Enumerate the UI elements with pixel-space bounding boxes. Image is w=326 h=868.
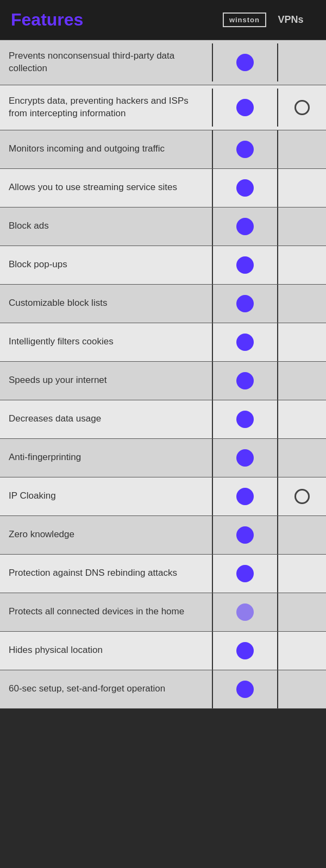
feature-row: Monitors incoming and outgoing traffic — [0, 130, 326, 169]
feature-row: Zero knowledge — [0, 516, 326, 555]
feature-row: Encrypts data, preventing hackers and IS… — [0, 85, 326, 130]
vpns-check — [277, 362, 326, 400]
vpns-check — [277, 323, 326, 361]
feature-label: Zero knowledge — [0, 519, 212, 551]
feature-label: Hides physical location — [0, 634, 212, 666]
vpns-label: VPNs — [266, 14, 315, 26]
feature-label: Block ads — [0, 210, 212, 242]
vpns-check — [277, 207, 326, 246]
winston-check — [212, 130, 277, 168]
filled-dot-icon — [236, 411, 254, 428]
feature-row: Speeds up your internet — [0, 362, 326, 400]
page-title: Features — [11, 10, 223, 30]
feature-label: Anti-fingerprinting — [0, 442, 212, 474]
feature-row: Block ads — [0, 207, 326, 246]
feature-row: 60-sec setup, set-and-forget operation — [0, 670, 326, 709]
winston-check — [212, 285, 277, 323]
feature-row: Anti-fingerprinting — [0, 439, 326, 477]
feature-label: 60-sec setup, set-and-forget operation — [0, 673, 212, 705]
feature-row: Hides physical location — [0, 632, 326, 670]
feature-label: Protection against DNS rebinding attacks — [0, 557, 212, 589]
feature-row: Prevents nonconsensual third-party data … — [0, 40, 326, 85]
filled-dot-icon — [236, 681, 254, 698]
winston-check — [212, 207, 277, 246]
vpns-check — [277, 632, 326, 670]
winston-check — [212, 632, 277, 670]
winston-check — [212, 516, 277, 554]
filled-dot-icon — [236, 141, 254, 158]
vpns-check — [277, 89, 326, 127]
winston-check — [212, 89, 277, 127]
feature-row: Decreases data usage — [0, 400, 326, 439]
vpns-check — [277, 516, 326, 554]
feature-label: Protects all connected devices in the ho… — [0, 596, 212, 628]
filled-dot-icon — [236, 488, 254, 505]
vpns-check — [277, 593, 326, 631]
feature-row: Block pop-ups — [0, 246, 326, 285]
feature-label: Block pop-ups — [0, 249, 212, 281]
vpns-check — [277, 43, 326, 81]
vpns-check — [277, 555, 326, 593]
features-table: Prevents nonconsensual third-party data … — [0, 40, 326, 709]
vpns-check — [277, 246, 326, 284]
half-dot-icon — [236, 603, 254, 621]
feature-row: Allows you to use streaming service site… — [0, 169, 326, 207]
winston-check — [212, 323, 277, 361]
winston-badge: winston — [223, 12, 266, 27]
filled-dot-icon — [236, 99, 254, 116]
feature-label: Monitors incoming and outgoing traffic — [0, 133, 212, 165]
feature-label: Intelligently filters cookies — [0, 326, 212, 358]
feature-label: Customizable block lists — [0, 287, 212, 319]
filled-dot-icon — [236, 179, 254, 197]
winston-check — [212, 43, 277, 81]
feature-row: Customizable block lists — [0, 285, 326, 323]
feature-row: Protects all connected devices in the ho… — [0, 593, 326, 632]
winston-check — [212, 593, 277, 631]
filled-dot-icon — [236, 218, 254, 235]
vpns-check — [277, 285, 326, 323]
outline-dot-icon — [294, 489, 310, 504]
winston-check — [212, 169, 277, 207]
filled-dot-icon — [236, 334, 254, 351]
filled-dot-icon — [236, 372, 254, 389]
winston-check — [212, 439, 277, 477]
feature-label: IP Cloaking — [0, 480, 212, 512]
filled-dot-icon — [236, 642, 254, 659]
winston-check — [212, 362, 277, 400]
filled-dot-icon — [236, 54, 254, 71]
vpns-check — [277, 130, 326, 168]
outline-dot-icon — [294, 100, 310, 115]
feature-label: Prevents nonconsensual third-party data … — [0, 40, 212, 85]
feature-row: IP Cloaking — [0, 477, 326, 516]
filled-dot-icon — [236, 449, 254, 467]
feature-row: Protection against DNS rebinding attacks — [0, 555, 326, 593]
feature-label: Decreases data usage — [0, 403, 212, 435]
vpns-check — [277, 169, 326, 207]
vpns-check — [277, 400, 326, 438]
vpns-check — [277, 477, 326, 515]
filled-dot-icon — [236, 565, 254, 582]
winston-check — [212, 555, 277, 593]
feature-label: Speeds up your internet — [0, 364, 212, 397]
feature-label: Encrypts data, preventing hackers and IS… — [0, 85, 212, 130]
filled-dot-icon — [236, 295, 254, 312]
vpns-check — [277, 439, 326, 477]
winston-check — [212, 246, 277, 284]
filled-dot-icon — [236, 526, 254, 544]
header: Features winston VPNs — [0, 0, 326, 40]
vpns-check — [277, 670, 326, 708]
winston-check — [212, 477, 277, 515]
feature-row: Intelligently filters cookies — [0, 323, 326, 362]
winston-check — [212, 400, 277, 438]
winston-check — [212, 670, 277, 708]
filled-dot-icon — [236, 256, 254, 274]
feature-label: Allows you to use streaming service site… — [0, 172, 212, 204]
